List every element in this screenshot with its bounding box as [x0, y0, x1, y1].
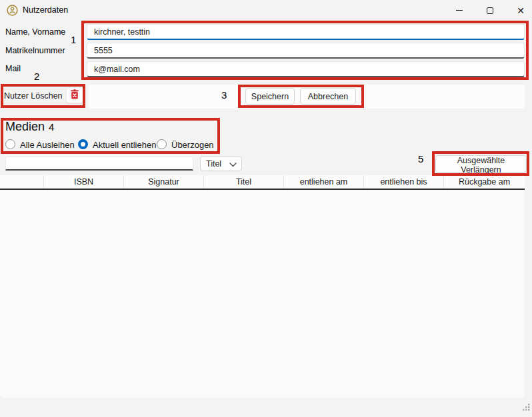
titlebar: Nutzerdaten ✕	[0, 0, 532, 21]
column-header-entliehen-am[interactable]: entliehen am	[284, 175, 364, 189]
matrikelnummer-label: Matrikelnummer	[5, 46, 65, 55]
trash-delete-icon	[70, 89, 79, 102]
radio-aktuell-entliehen-label[interactable]: Aktuell entliehen	[93, 140, 156, 150]
close-button[interactable]: ✕	[505, 0, 532, 21]
table-body-empty	[0, 190, 525, 398]
radio-aktuell-entliehen[interactable]	[78, 139, 88, 149]
resize-grip-icon[interactable]	[522, 402, 531, 414]
delete-user-label: Nutzer Löschen	[4, 91, 63, 101]
filter-dropdown-value: Titel	[201, 159, 229, 169]
loans-table: ISBN Signatur Titel entliehen am entlieh…	[0, 175, 525, 398]
annotation-number-2: 2	[34, 71, 39, 82]
close-icon: ✕	[517, 5, 525, 16]
minimize-icon	[456, 10, 463, 11]
delete-user-button[interactable]	[66, 87, 83, 103]
mail-label: Mail	[5, 64, 21, 73]
maximize-icon	[487, 7, 493, 14]
medien-heading: Medien	[5, 120, 45, 134]
annotation-number-4: 4	[49, 121, 54, 133]
column-header-titel[interactable]: Titel	[204, 175, 284, 189]
column-header-entliehen-bis[interactable]: entliehen bis	[364, 175, 444, 189]
table-header-row: ISBN Signatur Titel entliehen am entlieh…	[0, 175, 525, 190]
filter-dropdown[interactable]: Titel	[200, 156, 242, 171]
matrikelnummer-input[interactable]	[87, 43, 525, 59]
chevron-down-icon	[229, 158, 237, 170]
radio-alle-ausleihen-label[interactable]: Alle Ausleihen	[20, 140, 75, 150]
column-header-rueckgabe-am[interactable]: Rückgabe am	[444, 175, 525, 189]
annotation-number-1: 1	[71, 34, 76, 45]
radio-alle-ausleihen[interactable]	[5, 139, 15, 149]
user-circle-icon	[7, 5, 18, 16]
annotation-number-5: 5	[418, 153, 423, 165]
nutzerdaten-window: Nutzerdaten ✕ Name, Vorname Matrikelnumm…	[0, 0, 532, 417]
table-corner-cell	[0, 175, 44, 189]
cancel-button[interactable]: Abbrechen	[300, 88, 356, 105]
name-label: Name, Vorname	[5, 27, 65, 37]
extend-selected-button[interactable]: Ausgewählte Verlängern	[435, 155, 527, 173]
radio-ueberzogen-label[interactable]: Überzogen	[171, 140, 214, 150]
maximize-button[interactable]	[475, 0, 505, 21]
column-header-isbn[interactable]: ISBN	[44, 175, 124, 189]
minimize-button[interactable]	[444, 0, 475, 21]
name-input[interactable]	[87, 24, 525, 40]
mail-input[interactable]	[87, 61, 525, 77]
column-header-signatur[interactable]: Signatur	[124, 175, 204, 189]
radio-ueberzogen[interactable]	[157, 139, 167, 149]
window-title: Nutzerdaten	[23, 5, 68, 15]
save-button[interactable]: Speichern	[245, 88, 295, 105]
search-input[interactable]	[5, 157, 193, 171]
